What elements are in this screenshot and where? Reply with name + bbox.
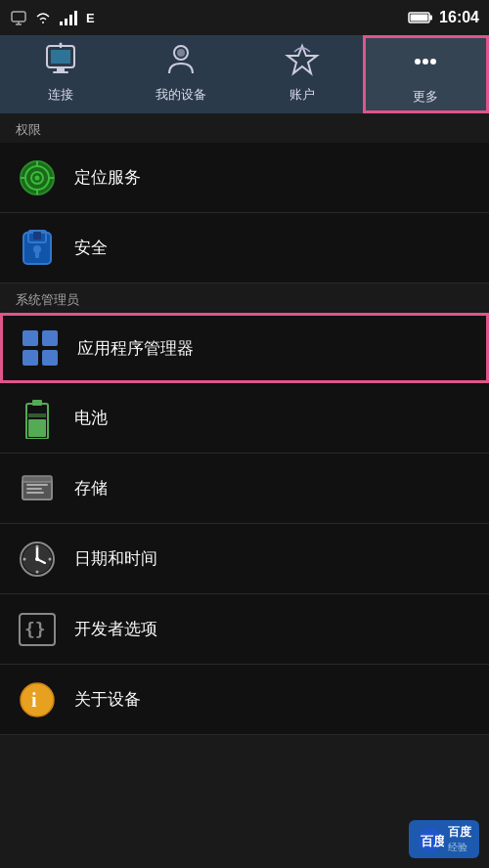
tab-account-label: 账户: [289, 86, 315, 104]
signal-e-label: E: [86, 11, 95, 25]
svg-point-52: [36, 544, 39, 547]
svg-rect-5: [69, 15, 72, 25]
svg-rect-46: [22, 476, 52, 482]
svg-point-55: [49, 557, 52, 560]
tab-bar: 连接 我的设备 账户 更多: [0, 35, 489, 113]
appmanager-label: 应用程序管理器: [77, 337, 194, 360]
status-bar-left: E: [10, 9, 95, 26]
location-icon: [19, 159, 56, 196]
svg-text:i: i: [31, 689, 37, 711]
appmanager-icon-container: [19, 326, 62, 369]
signal-icon: [59, 10, 80, 25]
svg-point-53: [36, 570, 39, 573]
svg-rect-9: [411, 15, 428, 22]
battery-menu-icon: [24, 398, 50, 439]
tab-more-icon: [408, 44, 443, 84]
svg-text:百度: 百度: [421, 834, 444, 848]
svg-rect-11: [51, 50, 70, 64]
tab-mydevice-label: 我的设备: [156, 86, 206, 104]
security-label: 安全: [74, 237, 108, 259]
section-header-sysadmin: 系统管理员: [0, 283, 489, 313]
time-display: 16:04: [439, 9, 479, 26]
watermark: 百度 百度 经验: [409, 820, 479, 858]
svg-rect-31: [33, 232, 41, 239]
svg-point-15: [59, 43, 62, 46]
appmanager-icon: [21, 328, 60, 368]
status-bar-right: 16:04: [408, 9, 479, 26]
tab-mydevice[interactable]: 我的设备: [121, 35, 243, 113]
security-icon-container: [16, 227, 59, 270]
section-header-permissions: 权限: [0, 113, 489, 143]
svg-rect-12: [57, 67, 65, 71]
notification-icon: [10, 9, 27, 26]
tab-connect[interactable]: 连接: [0, 35, 121, 113]
about-icon-container: i: [16, 678, 59, 721]
svg-rect-39: [32, 400, 42, 406]
tab-connect-label: 连接: [48, 86, 73, 104]
svg-rect-8: [429, 16, 432, 21]
svg-point-24: [35, 175, 40, 180]
about-label: 关于设备: [74, 688, 141, 711]
svg-point-54: [23, 557, 26, 560]
svg-rect-13: [53, 71, 68, 73]
svg-rect-44: [26, 488, 42, 490]
svg-point-18: [415, 59, 421, 65]
tab-account[interactable]: 账户: [242, 35, 363, 113]
watermark-sublabel: 经验: [448, 841, 471, 854]
wifi-icon: [33, 10, 53, 25]
svg-rect-4: [65, 19, 67, 25]
battery-icon: [408, 11, 433, 24]
svg-point-20: [430, 59, 436, 65]
storage-icon-container: [16, 467, 59, 510]
battery-icon-container: [16, 397, 59, 440]
svg-rect-40: [28, 419, 46, 437]
svg-rect-6: [74, 11, 77, 25]
svg-point-19: [422, 59, 428, 65]
tab-mydevice-icon: [163, 42, 199, 82]
menu-item-appmanager[interactable]: 应用程序管理器: [0, 313, 489, 383]
watermark-label: 百度: [448, 824, 471, 841]
menu-item-security[interactable]: 安全: [0, 213, 489, 283]
menu-item-datetime[interactable]: 日期和时间: [0, 524, 489, 594]
location-label: 定位服务: [74, 166, 141, 189]
svg-point-17: [177, 49, 185, 57]
menu-item-about[interactable]: i 关于设备: [0, 665, 489, 735]
svg-rect-33: [35, 251, 39, 258]
menu-item-storage[interactable]: 存储: [0, 454, 489, 524]
baidu-logo-icon: 百度: [417, 826, 444, 853]
svg-text:{}: {}: [24, 619, 46, 639]
menu-item-developer[interactable]: {} 开发者选项: [0, 594, 489, 665]
datetime-icon-container: [16, 538, 59, 581]
svg-rect-0: [12, 12, 25, 22]
svg-rect-34: [22, 330, 38, 346]
datetime-label: 日期和时间: [74, 547, 157, 570]
status-bar: E 16:04: [0, 0, 489, 35]
security-icon: [21, 229, 54, 268]
menu-item-location[interactable]: 定位服务: [0, 143, 489, 213]
svg-point-58: [21, 683, 54, 716]
location-icon-container: [16, 156, 59, 199]
datetime-icon: [18, 540, 57, 579]
battery-label: 电池: [74, 407, 108, 429]
svg-rect-35: [42, 330, 58, 346]
svg-rect-43: [26, 484, 48, 486]
tab-more-label: 更多: [413, 88, 438, 106]
svg-point-51: [35, 557, 39, 561]
tab-connect-icon: [43, 42, 78, 82]
svg-rect-36: [22, 350, 38, 366]
developer-icon-container: {}: [16, 608, 59, 651]
svg-rect-37: [42, 350, 58, 366]
developer-label: 开发者选项: [74, 618, 157, 640]
svg-rect-45: [26, 492, 44, 494]
about-icon: i: [18, 680, 57, 719]
svg-rect-3: [60, 22, 63, 25]
svg-rect-41: [28, 413, 46, 417]
tab-account-icon: [285, 42, 320, 82]
menu-item-battery[interactable]: 电池: [0, 383, 489, 454]
tab-more[interactable]: 更多: [363, 35, 490, 113]
developer-icon: {}: [18, 610, 57, 649]
storage-label: 存储: [74, 477, 108, 499]
storage-icon: [19, 470, 56, 507]
